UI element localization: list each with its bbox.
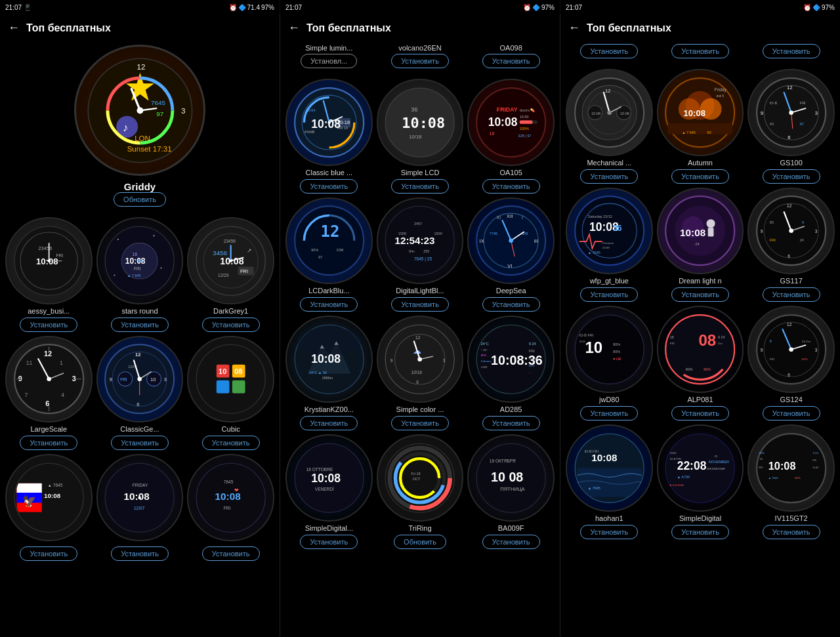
svg-text:Saturday 22/12: Saturday 22/12 [588,215,612,218]
install-btn-simpledigital2[interactable]: Установить [300,535,358,549]
svg-point-262 [789,229,793,234]
back-button-3[interactable]: ← [568,21,580,35]
watch-name-lcdarkblu: LCDarkBlu... [285,287,373,295]
watch-face-wfpgtblue: Saturday 22/12 10:08 36 Premium 10:08 ▲ … [566,188,653,275]
svg-text:▲ 7 645: ▲ 7 645 [127,273,141,277]
install-btn-gs117[interactable]: Установить [763,287,820,302]
top-install-p3-2[interactable]: Установить [671,44,729,58]
install-btn-autumn[interactable]: Установить [671,169,729,184]
install-button-classicge[interactable]: Установить [111,436,169,450]
svg-text:WEDNESDAY: WEDNESDAY [707,467,726,470]
icon-bluetooth: 🔷 [238,4,246,11]
back-button-2[interactable]: ← [288,21,300,35]
featured-name: Griddy [124,181,156,192]
svg-rect-156 [297,327,361,356]
install-btn-gs100[interactable]: Установить [763,169,820,184]
svg-text:97: 97 [800,122,804,126]
watch-face-gs100: 12 3 6 9 IO-B FRI 97 45 [747,69,835,156]
install-button-aessy[interactable]: Установить [20,318,77,332]
install-btn-simpledigital3[interactable]: Установить [671,525,729,539]
install-btn-alp081[interactable]: Установить [671,406,729,421]
top-install-p3-3[interactable]: Установить [763,44,820,58]
svg-point-151 [509,239,513,243]
svg-text:Premium: Premium [602,242,614,245]
top-install-p3-1[interactable]: Установить [580,44,638,58]
watch-name-darkgrey: DarkGrey1 [187,307,274,315]
install-btn-simplecolor[interactable]: Установить [391,416,449,430]
time-1: 21:07 [5,4,22,11]
svg-text:♥ HR: ♥ HR [613,357,621,361]
featured-update-button[interactable]: Обновить [114,192,166,207]
watch-name-jwd80: jwD80 [566,396,653,403]
svg-text:FRIDAY: FRIDAY [497,106,518,113]
install-btn-digitallightbl[interactable]: Установить [391,297,449,312]
top-install-btn-1[interactable]: Установл... [301,54,357,68]
svg-text:3: 3 [815,348,818,352]
install-button-largescale[interactable]: Установить [20,436,77,450]
svg-text:3: 3 [72,375,75,382]
install-btn-iv115gt2[interactable]: Установить [763,525,820,539]
top-install-btn-3[interactable]: Установить [482,54,540,68]
svg-point-270 [665,315,734,384]
svg-text:97: 97 [318,255,322,259]
svg-text:7: 7 [24,392,28,398]
svg-text:10:08: 10:08 [36,257,58,266]
svg-text:▲ 7645: ▲ 7645 [47,483,62,487]
svg-text:10/18: 10/18 [410,133,422,139]
top-install-btn-2[interactable]: Установить [391,54,449,68]
svg-text:12:54:23: 12:54:23 [395,235,435,246]
watch-name-simpledigital3: SimpleDigital [657,514,744,522]
svg-text:doctro 💊: doctro 💊 [520,108,536,113]
back-button-1[interactable]: ← [8,21,20,35]
svg-point-94 [138,496,141,499]
svg-text:45: 45 [770,122,774,126]
install-btn-krystiankz[interactable]: Установить [300,416,358,430]
install-btn-haohan1[interactable]: Установить [580,525,638,539]
install-button-darkgrey[interactable]: Установить [202,318,260,332]
install-button-11[interactable]: Установить [111,546,169,561]
list-item: 10 IO-B FRI 10-8 80% 80% ♥ HR jwD80 Уста… [566,306,653,421]
svg-text:100%: 100% [520,126,529,130]
install-btn-oa105[interactable]: Установить [482,179,540,194]
install-btn-ad285[interactable]: Установить [482,416,540,430]
svg-text:FRI: FRI [240,268,248,274]
svg-text:24°C ▲ 36: 24°C ▲ 36 [309,371,327,375]
svg-rect-79 [232,380,245,394]
svg-point-25 [114,274,116,276]
install-btn-ba009f[interactable]: Установить [482,535,540,549]
watch-face-triring: Fri 18 OCT [377,434,464,522]
install-button-12[interactable]: Установить [202,546,260,561]
install-btn-deepsea[interactable]: Установить [482,297,540,312]
install-btn-simple-lcd[interactable]: Установить [391,179,449,194]
watch-face-oa105: 10:08 FRIDAY 18 doctro 💊 16:80 100% 328 … [467,79,555,166]
svg-text:6: 6 [417,380,419,384]
svg-text:FRI: FRI [800,100,806,104]
svg-text:▲ 7 645: ▲ 7 645 [682,131,696,134]
update-btn-triring[interactable]: Обновить [394,535,446,549]
install-btn-jwd80[interactable]: Установить [580,406,638,421]
watch-face-iv115gt2: 60% ↑49 80% 9 24 FRI Oct16 10:08 ▲ 7645 … [747,424,835,512]
time-3: 21:07 [566,4,582,11]
svg-text:95: 95 [707,131,711,134]
svg-text:10:08:36: 10:08:36 [491,353,543,367]
install-btn-wfpgtblue[interactable]: Установить [580,287,638,302]
install-btn-lcdarkblu[interactable]: Установить [300,297,358,312]
top-item-2: volcano26EN Установить [377,44,464,68]
install-btn-dreamlight[interactable]: Установить [671,287,729,302]
install-button-stars[interactable]: Установить [111,318,169,332]
install-button-cubic[interactable]: Установить [202,436,260,450]
install-btn-mechanical[interactable]: Установить [580,169,638,184]
watch-face-simpledigital3: 1020 IO-B FRI 22:08 ▲ A735 ♥ 125 ♥ 68 25… [657,424,744,512]
svg-rect-122 [520,120,533,123]
svg-point-291 [789,347,793,352]
svg-text:3: 3 [164,377,167,382]
install-button-russia[interactable]: Установить [20,546,77,561]
svg-point-43 [229,259,232,262]
svg-text:★★ 5: ★★ 5 [716,93,724,97]
svg-text:▲ 7645: ▲ 7645 [768,476,779,480]
install-btn-classic-blue[interactable]: Установить [300,179,358,194]
svg-text:FRI: FRI [529,349,535,353]
install-btn-gs124[interactable]: Установить [763,406,820,421]
svg-text:♥ 125 ♥ 68: ♥ 125 ♥ 68 [670,483,684,487]
list-item: 12 90% 32M 97 LCDarkBlu... Установить [285,197,373,312]
